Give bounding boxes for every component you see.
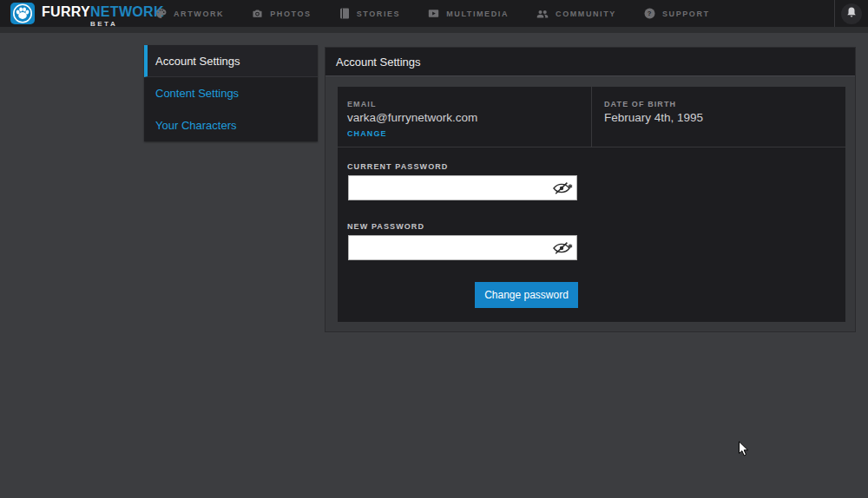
bell-icon bbox=[846, 6, 857, 22]
notifications-button[interactable] bbox=[841, 3, 862, 24]
sidebar-item-your-characters[interactable]: Your Characters bbox=[144, 109, 318, 141]
paw-logo-icon bbox=[10, 3, 35, 28]
nav-item-multimedia[interactable]: MULTIMEDIA bbox=[428, 8, 509, 19]
nav-item-label: PHOTOS bbox=[270, 10, 311, 18]
nav-item-support[interactable]: ? SUPPORT bbox=[644, 8, 710, 19]
nav-item-photos[interactable]: PHOTOS bbox=[252, 8, 311, 19]
account-settings-form: EMAIL varka@furrynetwork.com CHANGE DATE… bbox=[338, 87, 845, 322]
brand-furry-text: FURRY bbox=[42, 4, 90, 19]
current-password-wrap bbox=[348, 175, 577, 200]
eye-slash-icon bbox=[553, 185, 573, 198]
palette-icon bbox=[155, 8, 167, 19]
nav-item-artwork[interactable]: ARTWORK bbox=[155, 8, 224, 19]
people-icon bbox=[536, 9, 549, 19]
brand-network-text: NETWORK bbox=[90, 4, 164, 19]
email-value: varka@furrynetwork.com bbox=[347, 111, 591, 124]
current-password-label: CURRENT PASSWORD bbox=[347, 162, 448, 171]
page-title: Account Settings bbox=[336, 56, 421, 69]
brand-beta-label: BETA bbox=[90, 20, 117, 28]
dob-label: DATE OF BIRTH bbox=[604, 100, 845, 108]
new-password-wrap bbox=[348, 235, 577, 260]
nav-item-label: STORIES bbox=[357, 10, 401, 18]
new-password-label: NEW PASSWORD bbox=[347, 222, 424, 231]
eye-slash-icon bbox=[553, 245, 573, 258]
svg-text:?: ? bbox=[648, 10, 653, 17]
nav-item-community[interactable]: COMMUNITY bbox=[536, 9, 616, 19]
change-email-link[interactable]: CHANGE bbox=[347, 129, 387, 138]
top-navbar: FURRYNETWORK BETA ARTWORK PHOTOS STORIES bbox=[0, 0, 868, 27]
notifications-area bbox=[834, 0, 868, 27]
camera-icon bbox=[252, 8, 263, 19]
nav-item-label: ARTWORK bbox=[174, 10, 224, 18]
nav-item-label: COMMUNITY bbox=[556, 10, 616, 18]
brand-wordmark: FURRYNETWORK bbox=[42, 4, 164, 20]
email-label: EMAIL bbox=[347, 100, 591, 108]
sidebar-item-content-settings[interactable]: Content Settings bbox=[144, 77, 318, 109]
nav-item-stories[interactable]: STORIES bbox=[339, 8, 401, 19]
toggle-new-password-visibility-button[interactable] bbox=[553, 241, 573, 255]
panel-header: Account Settings bbox=[326, 48, 855, 76]
nav-item-label: SUPPORT bbox=[662, 10, 710, 18]
brand-logo[interactable]: FURRYNETWORK BETA bbox=[7, 2, 148, 31]
sidebar-item-account-settings[interactable]: Account Settings bbox=[144, 45, 318, 77]
account-settings-panel: Account Settings EMAIL varka@furrynetwor… bbox=[325, 47, 856, 332]
email-section: EMAIL varka@furrynetwork.com CHANGE bbox=[338, 87, 591, 147]
mouse-cursor bbox=[738, 441, 750, 462]
settings-sidebar: Account Settings Content Settings Your C… bbox=[144, 45, 318, 141]
sidebar-item-label: Your Characters bbox=[155, 119, 236, 132]
dob-value: February 4th, 1995 bbox=[604, 111, 845, 124]
new-password-input[interactable] bbox=[348, 235, 577, 260]
question-icon: ? bbox=[644, 8, 655, 19]
dob-section: DATE OF BIRTH February 4th, 1995 bbox=[591, 87, 845, 147]
sidebar-item-label: Content Settings bbox=[155, 87, 239, 100]
account-info-row: EMAIL varka@furrynetwork.com CHANGE DATE… bbox=[338, 87, 845, 147]
sidebar-item-label: Account Settings bbox=[155, 55, 240, 68]
nav-item-label: MULTIMEDIA bbox=[446, 10, 509, 18]
main-navigation: ARTWORK PHOTOS STORIES MULTIMEDIA COMMUN… bbox=[155, 0, 710, 27]
film-icon bbox=[428, 8, 439, 19]
book-icon bbox=[339, 8, 350, 19]
toggle-current-password-visibility-button[interactable] bbox=[553, 181, 573, 195]
current-password-input[interactable] bbox=[348, 175, 577, 200]
change-password-button[interactable]: Change password bbox=[475, 282, 578, 308]
